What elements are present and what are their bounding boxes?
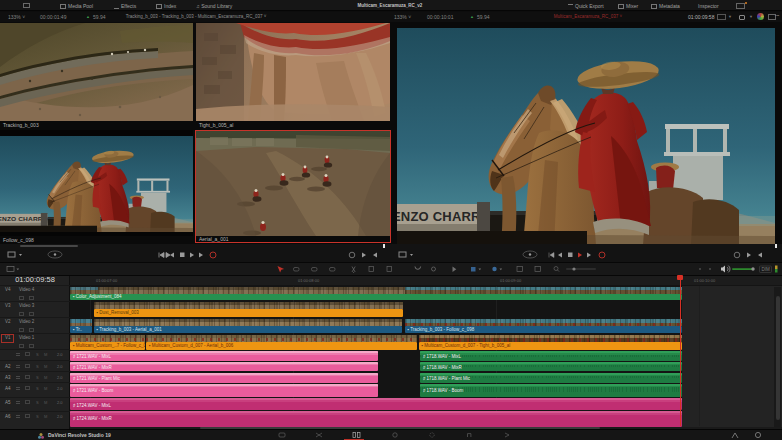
svg-text:ENZO CHARRO: ENZO CHARRO (397, 209, 491, 224)
svg-text:ENZO CHARRO: ENZO CHARRO (0, 216, 48, 222)
svg-text:DIM: DIM (762, 267, 771, 272)
